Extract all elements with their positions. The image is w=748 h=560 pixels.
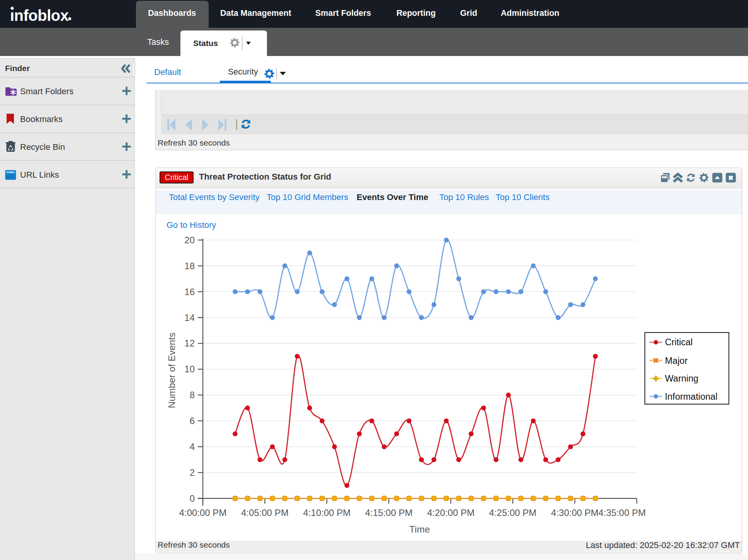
svg-text:4: 4 <box>190 441 195 452</box>
svg-text:20: 20 <box>184 235 195 245</box>
svg-text:16: 16 <box>184 287 195 297</box>
svg-text:12: 12 <box>184 338 195 348</box>
svg-text:4:20:00 PM: 4:20:00 PM <box>427 507 474 518</box>
svg-text:Major: Major <box>665 356 688 366</box>
svg-text:4:15:00 PM: 4:15:00 PM <box>365 507 413 518</box>
svg-text:6: 6 <box>190 416 195 426</box>
svg-text:18: 18 <box>184 261 195 271</box>
svg-text:4:00:00 PM: 4:00:00 PM <box>179 507 227 518</box>
svg-text:Critical: Critical <box>665 337 693 347</box>
svg-text:8: 8 <box>190 390 195 400</box>
svg-text:4:25:00 PM: 4:25:00 PM <box>489 507 537 518</box>
svg-text:Number of Events: Number of Events <box>167 333 177 408</box>
svg-text:14: 14 <box>184 312 195 323</box>
svg-text:Informational: Informational <box>665 392 717 402</box>
svg-text:Time: Time <box>409 524 430 535</box>
svg-text:4:05:00 PM: 4:05:00 PM <box>241 507 289 518</box>
svg-text:4:10:00 PM: 4:10:00 PM <box>303 507 351 518</box>
svg-text:4:35:00 PM: 4:35:00 PM <box>598 507 646 518</box>
svg-text:Warning: Warning <box>665 373 699 384</box>
svg-text:10: 10 <box>184 364 195 374</box>
svg-text:0: 0 <box>190 493 195 504</box>
svg-text:4:30:00 PM: 4:30:00 PM <box>551 507 598 518</box>
svg-text:2: 2 <box>190 467 195 478</box>
